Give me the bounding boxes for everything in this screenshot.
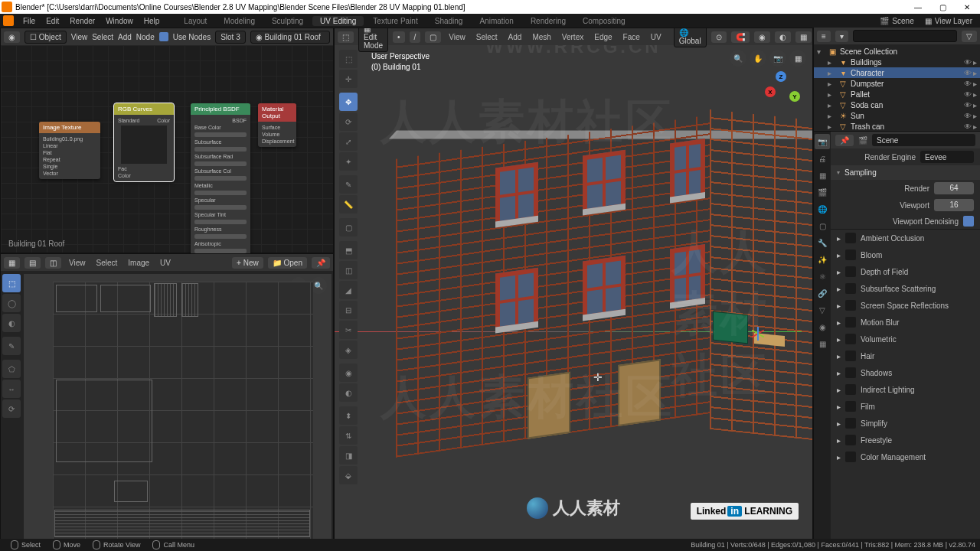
ptab-world[interactable]: 🌐 bbox=[815, 201, 830, 217]
vp-menu-uv[interactable]: UV bbox=[648, 33, 665, 41]
tool-measure[interactable]: 📏 bbox=[339, 195, 358, 214]
workspace-tab[interactable]: Shading bbox=[427, 16, 471, 26]
workspace-tab[interactable]: Modeling bbox=[216, 16, 263, 26]
tool-cursor[interactable]: ⬚ bbox=[2, 274, 21, 292]
tool-rotate[interactable]: ⟳ bbox=[339, 112, 358, 131]
ptab-mesh[interactable]: ▽ bbox=[815, 302, 830, 318]
tool-cursor-3d[interactable]: ✛ bbox=[339, 70, 358, 88]
minimize-button[interactable]: — bbox=[906, 1, 929, 13]
vp-menu-add[interactable]: Add bbox=[505, 33, 525, 41]
zoom-icon[interactable]: 🔍 bbox=[730, 50, 746, 67]
pivot-icon[interactable]: ⊙ bbox=[711, 31, 727, 43]
workspace-tab[interactable]: Texture Paint bbox=[365, 16, 425, 26]
tool-scale[interactable]: ⤢ bbox=[339, 132, 358, 151]
node-rgb-curves[interactable]: RGB Curves StandardColor Fac Color bbox=[114, 103, 174, 181]
outliner-item[interactable]: ▸▽Dumpster👁▸ bbox=[814, 78, 980, 89]
menu-render[interactable]: Render bbox=[65, 17, 100, 25]
tool-spin[interactable]: ◉ bbox=[339, 364, 358, 382]
panel-simplify[interactable]: ▸Simplify bbox=[831, 415, 980, 432]
viewport-denoising-checkbox[interactable] bbox=[963, 216, 974, 227]
outliner-search-input[interactable] bbox=[853, 30, 957, 42]
navigation-gizmo[interactable]: X Y Z bbox=[759, 71, 805, 117]
render-engine-select[interactable]: Eevee bbox=[920, 151, 974, 163]
uv-pin-icon[interactable]: 📌 bbox=[312, 257, 330, 269]
panel-bloom[interactable]: ▸Bloom bbox=[831, 246, 980, 263]
node-image-texture[interactable]: Image Texture Building01.0.png Linear Fl… bbox=[39, 122, 100, 179]
outliner-item[interactable]: ▸☀Sun👁▸ bbox=[814, 110, 980, 121]
ptab-scene[interactable]: 🎬 bbox=[815, 184, 830, 200]
tool-select-lasso[interactable]: ◐ bbox=[2, 314, 21, 332]
tool-inset[interactable]: ◫ bbox=[339, 261, 358, 279]
outliner-item[interactable]: ▸▾Buildings👁▸ bbox=[814, 57, 980, 67]
panel-hair[interactable]: ▸Hair bbox=[831, 347, 980, 364]
select-mode-face[interactable]: ▢ bbox=[425, 31, 441, 43]
uv-menu-uv[interactable]: UV bbox=[157, 259, 174, 267]
uv-editor-type-icon[interactable]: ▦ bbox=[4, 257, 20, 269]
camera-icon[interactable]: 📷 bbox=[769, 50, 786, 67]
ptab-physics[interactable]: ⚛ bbox=[815, 269, 830, 284]
vp-menu-select[interactable]: Select bbox=[473, 33, 501, 41]
editor-type-icon[interactable]: ◉ bbox=[4, 31, 20, 43]
panel-freestyle[interactable]: ▸Freestyle bbox=[831, 432, 980, 448]
tool-edge-slide[interactable]: ⬍ bbox=[339, 406, 358, 425]
proportional-icon[interactable]: ◉ bbox=[754, 31, 770, 43]
tool-transform[interactable]: ✦ bbox=[339, 152, 358, 171]
vp-menu-vertex[interactable]: Vertex bbox=[559, 33, 586, 41]
snap-icon[interactable]: 🧲 bbox=[731, 31, 750, 43]
menu-edit[interactable]: Edit bbox=[41, 17, 64, 25]
tool-grab[interactable]: ↔ bbox=[2, 380, 21, 398]
transform-orientation[interactable]: 🌐 Global bbox=[674, 28, 707, 47]
perspective-icon[interactable]: ▦ bbox=[789, 50, 806, 67]
vp-menu-edge[interactable]: Edge bbox=[591, 33, 615, 41]
outliner-item[interactable]: ▸▽Pallet👁▸ bbox=[814, 89, 980, 99]
uv-select-mode[interactable]: ◫ bbox=[45, 257, 61, 269]
panel-motion-blur[interactable]: ▸Motion Blur bbox=[831, 314, 980, 331]
panel-sampling[interactable]: ▾Sampling bbox=[831, 165, 980, 180]
uv-canvas[interactable]: ✋ 🔍 bbox=[24, 274, 332, 540]
scene-selector[interactable]: 🎬 Scene bbox=[875, 17, 918, 25]
xray-icon[interactable]: ▦ bbox=[795, 31, 812, 43]
tool-rip-region[interactable]: ⬙ bbox=[339, 466, 358, 484]
workspace-tab[interactable]: Compositing bbox=[575, 16, 633, 26]
vp-menu-mesh[interactable]: Mesh bbox=[529, 33, 554, 41]
tool-shrink[interactable]: ⇅ bbox=[339, 426, 358, 445]
uv-new-button[interactable]: + New bbox=[232, 257, 263, 269]
workspace-tab[interactable]: Rendering bbox=[523, 16, 573, 26]
panel-color-management[interactable]: ▸Color Management bbox=[831, 448, 980, 465]
tool-smooth[interactable]: ◐ bbox=[339, 383, 358, 402]
outliner-item[interactable]: ▸▾Character👁▸ bbox=[814, 67, 980, 78]
tool-select-box[interactable]: ⬚ bbox=[339, 50, 358, 68]
uv-menu-view[interactable]: View bbox=[66, 259, 89, 267]
panel-volumetric[interactable]: ▸Volumetric bbox=[831, 331, 980, 347]
viewlayer-selector[interactable]: ▦ View Layer bbox=[920, 17, 977, 25]
workspace-tab[interactable]: Sculpting bbox=[264, 16, 311, 26]
tool-add-cube[interactable]: ▢ bbox=[339, 218, 358, 236]
ptab-modifiers[interactable]: 🔧 bbox=[815, 235, 830, 250]
tool-relax[interactable]: ⟳ bbox=[2, 399, 21, 418]
maximize-button[interactable]: ▢ bbox=[931, 1, 954, 13]
tool-knife[interactable]: ✂ bbox=[339, 321, 358, 339]
select-mode-edge[interactable]: / bbox=[410, 31, 421, 43]
sampling-render-value[interactable]: 64 bbox=[934, 182, 974, 194]
outliner-item[interactable]: ▸▽Soda can👁▸ bbox=[814, 99, 980, 110]
menu-window[interactable]: Window bbox=[101, 17, 138, 25]
close-button[interactable]: ✕ bbox=[956, 1, 978, 13]
interaction-mode-select[interactable]: ▦ Edit Mode bbox=[358, 28, 388, 52]
tool-extrude[interactable]: ⬒ bbox=[339, 241, 358, 259]
outliner-root[interactable]: ▾ ▣ Scene Collection bbox=[814, 46, 980, 57]
sampling-viewport-value[interactable]: 16 bbox=[934, 199, 974, 211]
panel-depth-of-field[interactable]: ▸Depth of Field bbox=[831, 263, 980, 280]
ptab-particles[interactable]: ✨ bbox=[815, 252, 830, 267]
uv-mode-icon[interactable]: ▤ bbox=[24, 257, 41, 269]
tool-rip[interactable]: ⬠ bbox=[2, 360, 21, 378]
node-menu-view[interactable]: View bbox=[71, 33, 88, 41]
uv-menu-select[interactable]: Select bbox=[93, 259, 121, 267]
ptab-render[interactable]: 📷 bbox=[815, 134, 830, 149]
outliner-display-icon[interactable]: ▾ bbox=[835, 31, 848, 42]
vp-menu-view[interactable]: View bbox=[446, 33, 469, 41]
props-pin-icon[interactable]: 📌 bbox=[835, 135, 854, 146]
panel-indirect-lighting[interactable]: ▸Indirect Lighting bbox=[831, 381, 980, 398]
slot-select[interactable]: Slot 3 bbox=[215, 31, 246, 44]
ptab-material[interactable]: ◉ bbox=[815, 319, 830, 334]
node-menu-add[interactable]: Add bbox=[118, 33, 132, 41]
